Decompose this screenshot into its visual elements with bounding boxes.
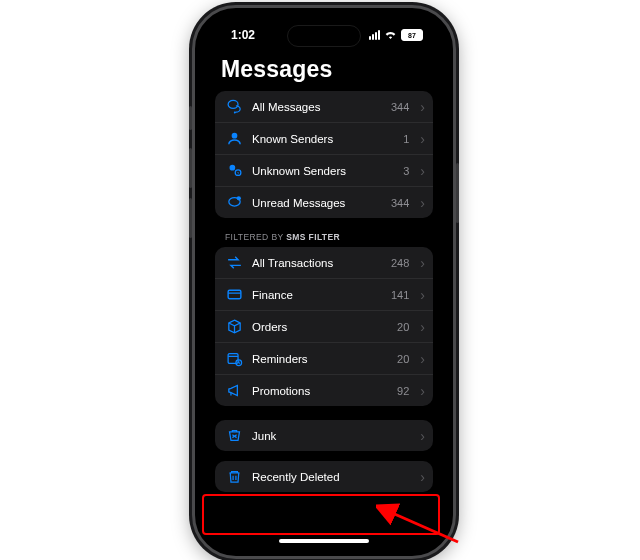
chevron-right-icon: › xyxy=(420,320,425,334)
group-recently-deleted: Recently Deleted › xyxy=(215,461,433,492)
person-check-icon xyxy=(225,130,243,148)
status-right: 87 xyxy=(369,29,423,41)
chevron-right-icon: › xyxy=(420,196,425,210)
calendar-clock-icon xyxy=(225,350,243,368)
row-all-transactions[interactable]: All Transactions 248 › xyxy=(215,247,433,278)
bubble-badge-icon xyxy=(225,194,243,212)
cellular-icon xyxy=(369,30,380,40)
row-reminders[interactable]: Reminders 20 › xyxy=(215,342,433,374)
row-orders[interactable]: Orders 20 › xyxy=(215,310,433,342)
volume-down xyxy=(189,198,192,238)
bubbles-icon xyxy=(225,98,243,116)
row-count: 92 xyxy=(397,385,409,397)
svg-point-6 xyxy=(236,196,240,200)
content: All Messages 344 › Known Senders 1 › ? xyxy=(203,91,445,542)
screen: 1:02 87 Messages All Messages 344 › xyxy=(203,16,445,548)
svg-rect-7 xyxy=(228,290,241,299)
row-count: 1 xyxy=(403,133,409,145)
row-junk[interactable]: Junk › xyxy=(215,420,433,451)
row-count: 3 xyxy=(403,165,409,177)
volume-up xyxy=(189,148,192,188)
group-filtered: All Transactions 248 › Finance 141 › xyxy=(215,247,433,406)
chevron-right-icon: › xyxy=(420,164,425,178)
row-unread-messages[interactable]: Unread Messages 344 › xyxy=(215,186,433,218)
transfer-icon xyxy=(225,254,243,272)
chevron-right-icon: › xyxy=(420,132,425,146)
row-label: Junk xyxy=(252,430,411,442)
row-label: Unknown Senders xyxy=(252,165,394,177)
iphone-frame: 1:02 87 Messages All Messages 344 › xyxy=(192,5,456,559)
chevron-right-icon: › xyxy=(420,429,425,443)
row-label: Recently Deleted xyxy=(252,471,411,483)
mute-switch xyxy=(189,106,192,130)
home-indicator[interactable] xyxy=(279,539,369,543)
dynamic-island xyxy=(287,25,361,47)
chevron-right-icon: › xyxy=(420,470,425,484)
chevron-right-icon: › xyxy=(420,256,425,270)
row-count: 20 xyxy=(397,353,409,365)
power-button xyxy=(456,163,459,223)
row-label: Promotions xyxy=(252,385,388,397)
row-label: All Messages xyxy=(252,101,382,113)
row-recently-deleted[interactable]: Recently Deleted › xyxy=(215,461,433,492)
junk-icon xyxy=(225,427,243,445)
chevron-right-icon: › xyxy=(420,384,425,398)
row-label: All Transactions xyxy=(252,257,382,269)
card-icon xyxy=(225,286,243,304)
trash-icon xyxy=(225,468,243,486)
svg-point-0 xyxy=(228,100,238,108)
group-main: All Messages 344 › Known Senders 1 › ? xyxy=(215,91,433,218)
person-question-icon: ? xyxy=(225,162,243,180)
row-label: Finance xyxy=(252,289,382,301)
row-promotions[interactable]: Promotions 92 › xyxy=(215,374,433,406)
row-count: 344 xyxy=(391,101,409,113)
chevron-right-icon: › xyxy=(420,100,425,114)
group-junk: Junk › xyxy=(215,420,433,451)
row-known-senders[interactable]: Known Senders 1 › xyxy=(215,122,433,154)
row-unknown-senders[interactable]: ? Unknown Senders 3 › xyxy=(215,154,433,186)
row-label: Known Senders xyxy=(252,133,394,145)
wifi-icon xyxy=(384,29,397,41)
row-count: 20 xyxy=(397,321,409,333)
row-count: 344 xyxy=(391,197,409,209)
box-icon xyxy=(225,318,243,336)
section-label-filtered: Filtered by SMS Filter xyxy=(225,232,433,242)
svg-point-1 xyxy=(231,133,237,139)
status-time: 1:02 xyxy=(231,28,255,42)
svg-point-2 xyxy=(229,165,235,171)
row-count: 141 xyxy=(391,289,409,301)
row-count: 248 xyxy=(391,257,409,269)
battery-icon: 87 xyxy=(401,29,423,41)
row-all-messages[interactable]: All Messages 344 › xyxy=(215,91,433,122)
row-label: Reminders xyxy=(252,353,388,365)
chevron-right-icon: › xyxy=(420,288,425,302)
megaphone-icon xyxy=(225,382,243,400)
row-label: Unread Messages xyxy=(252,197,382,209)
chevron-right-icon: › xyxy=(420,352,425,366)
page-title: Messages xyxy=(221,56,445,83)
row-finance[interactable]: Finance 141 › xyxy=(215,278,433,310)
row-label: Orders xyxy=(252,321,388,333)
